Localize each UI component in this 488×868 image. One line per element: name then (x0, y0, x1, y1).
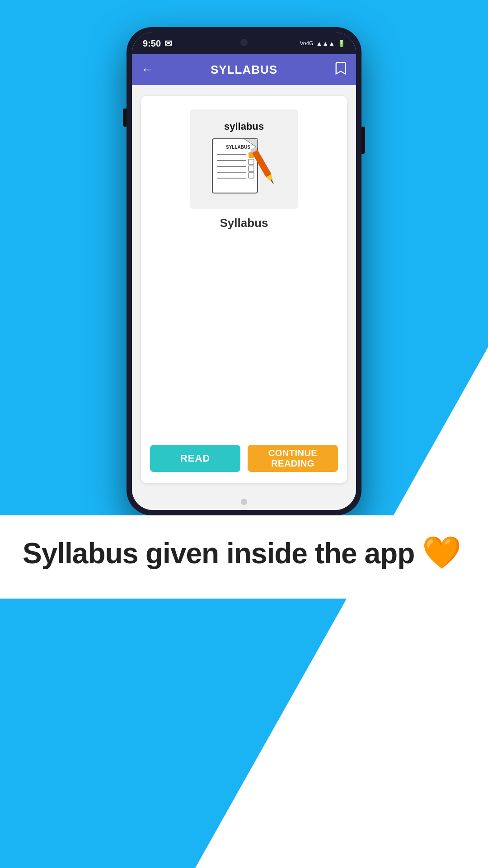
svg-rect-11 (249, 166, 254, 171)
svg-rect-10 (249, 159, 254, 165)
back-button[interactable]: ← (141, 63, 154, 76)
caption-words: Syllabus given inside the app (23, 537, 414, 570)
syllabus-image-box: syllabus SYLLABUS (190, 109, 298, 209)
time-text: 9:50 (143, 38, 161, 49)
app-bar: ← SYLLABUS (132, 54, 356, 85)
caption-section: Syllabus given inside the app 🧡 (0, 515, 488, 599)
syllabus-card: syllabus SYLLABUS (141, 96, 347, 483)
phone-screen: 9:50 ✉ Vo4G ▲▲▲ 🔋 ← SYLLABUS (132, 33, 356, 510)
svg-text:SYLLABUS: SYLLABUS (226, 145, 250, 150)
camera-dot (240, 39, 248, 46)
battery-icon: 🔋 (338, 40, 345, 47)
phone-device: 9:50 ✉ Vo4G ▲▲▲ 🔋 ← SYLLABUS (127, 27, 361, 515)
phone-notch (208, 33, 280, 45)
read-button[interactable]: READ (150, 445, 240, 472)
status-time: 9:50 ✉ (143, 38, 172, 49)
caption-text: Syllabus given inside the app 🧡 (23, 533, 465, 571)
side-button-left (123, 108, 127, 127)
continue-reading-button[interactable]: CONTINUE READING (248, 445, 338, 472)
bookmark-button[interactable] (334, 61, 347, 78)
svg-rect-12 (249, 173, 254, 178)
side-button-right (361, 127, 365, 154)
content-area: syllabus SYLLABUS (132, 85, 356, 494)
svg-text:syllabus: syllabus (224, 121, 264, 132)
card-buttons: READ CONTINUE READING (150, 445, 338, 472)
phone-wrapper: 9:50 ✉ Vo4G ▲▲▲ 🔋 ← SYLLABUS (0, 0, 488, 515)
heart-emoji: 🧡 (422, 533, 461, 571)
syllabus-svg-icon: syllabus SYLLABUS (199, 116, 289, 202)
signal-bars: ▲▲▲ (316, 40, 335, 47)
bottom-indicator (132, 494, 356, 510)
signal-text: Vo4G (300, 40, 313, 47)
mail-icon: ✉ (164, 38, 172, 49)
app-bar-title: SYLLABUS (211, 63, 277, 77)
page-indicator-dot (241, 499, 247, 505)
status-icons: Vo4G ▲▲▲ 🔋 (300, 40, 345, 47)
card-label: Syllabus (220, 216, 268, 230)
